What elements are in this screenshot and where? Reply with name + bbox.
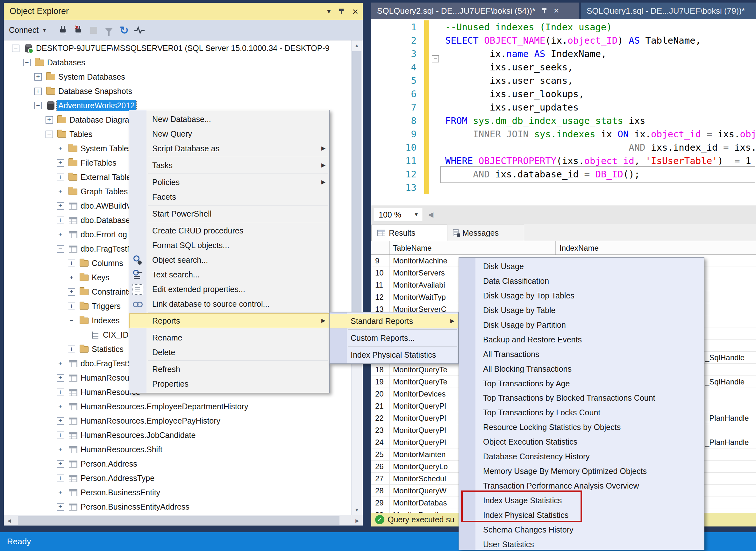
grid-cell-tablename[interactable]: MonitorAvailabi bbox=[390, 279, 445, 291]
tree-item[interactable]: + Person.BusinessEntity bbox=[4, 485, 363, 500]
grid-cell-tablename[interactable]: MonitorDeadloc bbox=[390, 509, 447, 513]
standard-report-item[interactable]: Resource Locking Statistics by Objects bbox=[459, 420, 704, 435]
standard-report-item[interactable]: Backup and Restore Events bbox=[459, 332, 704, 347]
grid-row-number[interactable]: 21 bbox=[371, 400, 390, 412]
refresh-button[interactable]: ↻ bbox=[117, 23, 132, 38]
standard-report-item[interactable]: User Statistics bbox=[459, 537, 704, 550]
grid-header-indexname[interactable]: IndexName bbox=[556, 241, 756, 254]
grid-row-number[interactable]: 28 bbox=[371, 485, 390, 497]
grid-cell-tablename[interactable]: MonitorQueryPl bbox=[390, 436, 446, 448]
grid-row-number[interactable]: 22 bbox=[371, 412, 390, 424]
tree-item[interactable]: + HumanResources.EmployeeDepartmentHisto… bbox=[4, 399, 363, 414]
tree-expander-icon[interactable]: + bbox=[57, 446, 64, 453]
tree-expander-icon[interactable]: + bbox=[57, 475, 64, 482]
standard-report-item[interactable]: All Blocking Transactions bbox=[459, 362, 704, 376]
grid-cell-tablename[interactable]: MonitorQueryPl bbox=[390, 400, 446, 412]
grid-cell-tablename[interactable]: MonitorQueryTe bbox=[390, 364, 448, 376]
context-menu-item[interactable]: Format SQL objects... bbox=[129, 238, 329, 252]
tree-expander-icon[interactable]: + bbox=[57, 360, 64, 367]
tree-item[interactable]: + HumanResources.EmployeePayHistory bbox=[4, 414, 363, 428]
grid-row-number[interactable]: 10 bbox=[371, 267, 390, 279]
grid-cell-tablename[interactable]: MonitorQueryPl bbox=[390, 424, 446, 436]
tree-item[interactable]: + Database Snapshots bbox=[4, 84, 363, 98]
grid-cell-tablename[interactable]: MonitorDevices bbox=[390, 388, 446, 400]
tree-expander-icon[interactable]: + bbox=[57, 489, 64, 496]
grid-cell-tablename[interactable]: MonitorSchedul bbox=[390, 473, 446, 484]
tree-expander-icon[interactable]: + bbox=[68, 259, 75, 267]
grid-cell-tablename[interactable]: MonitorQueryW bbox=[390, 485, 447, 497]
reports-submenu-item[interactable]: Custom Reports... bbox=[329, 331, 458, 345]
scroll-right-icon[interactable]: ▶ bbox=[352, 515, 363, 526]
standard-report-item[interactable]: Memory Usage By Memory Optimized Objects bbox=[459, 464, 704, 478]
tree-expander-icon[interactable]: + bbox=[46, 116, 53, 124]
context-menu-item[interactable]: Script Database as ▶ bbox=[129, 141, 329, 156]
context-menu-item[interactable]: Properties bbox=[129, 377, 329, 391]
window-position-icon[interactable]: ▾ bbox=[327, 7, 330, 16]
grid-row-number[interactable]: 23 bbox=[371, 424, 390, 436]
standard-report-item[interactable]: Disk Usage by Partition bbox=[459, 318, 704, 332]
grid-row-number[interactable]: 9 bbox=[371, 255, 390, 266]
zoom-level-dropdown[interactable]: 100 % ▼ bbox=[374, 208, 422, 221]
tree-expander-icon[interactable]: + bbox=[57, 173, 64, 181]
grid-row-number[interactable]: 30 bbox=[371, 509, 390, 513]
context-menu-item[interactable]: Text search... bbox=[129, 267, 329, 282]
grid-cell-tablename[interactable]: MonitorQueryPl bbox=[390, 412, 446, 424]
context-menu-item[interactable]: Facets bbox=[129, 189, 329, 204]
standard-report-item[interactable]: Disk Usage by Table bbox=[459, 303, 704, 318]
standard-report-item[interactable]: Top Transactions by Blocked Transactions… bbox=[459, 391, 704, 405]
close-icon[interactable]: × bbox=[352, 7, 358, 16]
scrollbar-thumb[interactable] bbox=[18, 516, 339, 525]
reports-submenu-item[interactable]: Standard Reports ▶ bbox=[329, 314, 458, 329]
context-menu-item[interactable]: Edit extended properties... bbox=[129, 282, 329, 297]
tree-item[interactable]: + Person.AddressType bbox=[4, 471, 363, 485]
tab-results[interactable]: Results bbox=[371, 224, 447, 241]
scrollbar-thumb[interactable] bbox=[352, 51, 361, 322]
standard-report-item[interactable]: Top Transactions by Age bbox=[459, 376, 704, 391]
tab-messages[interactable]: Messages bbox=[447, 224, 524, 241]
context-menu-item[interactable]: New Database... bbox=[129, 112, 329, 126]
grid-row-number[interactable]: 27 bbox=[371, 473, 390, 484]
standard-report-item[interactable]: Database Consistency History bbox=[459, 449, 704, 464]
fold-collapse-icon[interactable]: − bbox=[432, 55, 439, 62]
tree-expander-icon[interactable]: + bbox=[68, 274, 75, 281]
grid-row-number[interactable]: 25 bbox=[371, 449, 390, 460]
tree-expander-icon[interactable]: + bbox=[34, 73, 42, 81]
grid-row-number[interactable]: 18 bbox=[371, 364, 390, 376]
disconnect-button[interactable]: × bbox=[71, 23, 86, 38]
tree-expander-icon[interactable]: + bbox=[68, 303, 75, 310]
close-icon[interactable]: × bbox=[554, 6, 559, 16]
tree-expander-icon[interactable]: + bbox=[57, 403, 64, 410]
tree-expander-icon[interactable]: + bbox=[57, 374, 64, 382]
pin-icon[interactable] bbox=[542, 8, 547, 14]
tree-item[interactable]: − DESKTOP-9JU7UEF\MSSQLSERVER01 (SQL Ser… bbox=[4, 41, 363, 55]
tree-item[interactable]: + HumanResources.Shift bbox=[4, 442, 363, 457]
context-menu-item[interactable]: Rename bbox=[129, 330, 329, 345]
grid-row-number[interactable]: 11 bbox=[371, 279, 390, 291]
grid-cell-tablename[interactable]: MonitorWaitTyp bbox=[390, 291, 446, 303]
grid-row-number[interactable]: 29 bbox=[371, 497, 390, 509]
tree-expander-icon[interactable]: + bbox=[57, 503, 64, 511]
tree-expander-icon[interactable]: + bbox=[57, 389, 64, 396]
tab-sqlquery1[interactable]: SQLQuery1.sql - DE...JU7UEF\boksi (79))* bbox=[581, 3, 756, 19]
standard-report-item[interactable]: Top Transactions by Locks Count bbox=[459, 405, 704, 420]
tree-expander-icon[interactable]: + bbox=[68, 346, 75, 353]
tree-expander-icon[interactable]: + bbox=[68, 288, 75, 296]
grid-row-number[interactable]: 19 bbox=[371, 376, 390, 388]
connect-object-explorer-button[interactable] bbox=[55, 23, 71, 38]
grid-cell-tablename[interactable]: MonitorServers bbox=[390, 267, 445, 279]
grid-cell-tablename[interactable]: MonitorDatabas bbox=[390, 497, 447, 509]
tree-expander-icon[interactable]: + bbox=[57, 202, 64, 209]
standard-report-item[interactable]: Schema Changes History bbox=[459, 522, 704, 537]
scroll-left-icon[interactable]: ◀ bbox=[428, 210, 434, 219]
grid-header-rownum[interactable] bbox=[371, 241, 390, 254]
connect-button[interactable]: Connect ▼ bbox=[9, 25, 47, 35]
scroll-left-icon[interactable]: ◀ bbox=[4, 515, 15, 526]
tree-expander-icon[interactable]: − bbox=[68, 317, 75, 324]
scroll-down-icon[interactable]: ▼ bbox=[351, 505, 362, 515]
grid-cell-tablename[interactable]: MonitorQueryLo bbox=[390, 461, 448, 472]
context-menu-item[interactable]: Refresh bbox=[129, 362, 329, 377]
standard-report-item[interactable]: Disk Usage bbox=[459, 259, 704, 273]
context-menu-item[interactable]: Policies ▶ bbox=[129, 175, 329, 189]
activity-monitor-button[interactable] bbox=[132, 23, 147, 38]
standard-report-item[interactable]: Object Execution Statistics bbox=[459, 435, 704, 449]
